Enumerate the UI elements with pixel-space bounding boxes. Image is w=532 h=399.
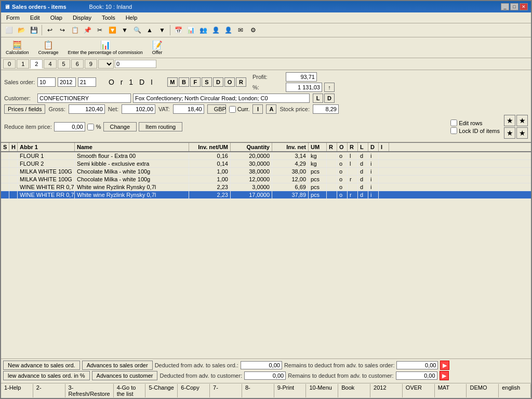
col-header-um[interactable]: UM — [309, 143, 327, 151]
curr-checkbox[interactable] — [229, 106, 236, 113]
sales-order-input1[interactable] — [37, 77, 56, 87]
star-btn3[interactable]: ★ — [504, 127, 515, 139]
tb-down[interactable]: ▼ — [156, 24, 168, 36]
col-header-rl[interactable]: R — [348, 143, 358, 151]
col-header-invnet2[interactable]: Inv. net — [272, 143, 309, 151]
menu-form[interactable]: Form — [3, 14, 23, 22]
minimize-button[interactable]: _ — [501, 3, 509, 10]
tab-dropdown[interactable] — [98, 59, 114, 69]
tb-calendar[interactable]: 📅 — [172, 24, 184, 36]
cust-nav-l[interactable]: L — [313, 94, 323, 103]
menu-edit[interactable]: Edit — [27, 14, 43, 22]
table-row[interactable]: FLOUR 1Smooth flour - Extra 000,1620,000… — [1, 152, 531, 160]
tb-search[interactable]: 🔍 — [131, 24, 143, 36]
tab-6[interactable]: 6 — [71, 59, 84, 69]
nav-r[interactable]: R — [236, 77, 246, 87]
tb2-calculation[interactable]: 🧮 Calculation — [3, 38, 32, 57]
nav-s[interactable]: S — [202, 77, 212, 87]
stock-price-input[interactable] — [313, 104, 339, 114]
col-header-invnet[interactable]: Inv. net/UM — [189, 143, 231, 151]
tb-filter2[interactable]: ▼ — [119, 24, 130, 36]
table-row[interactable]: WINE WHITE RR 0,7LWhite wine Ryzlink Ryn… — [1, 183, 531, 191]
deducted-sales-input[interactable] — [241, 361, 282, 369]
tb-new[interactable]: ⬜ — [3, 24, 15, 36]
tb-copy[interactable]: 📋 — [69, 24, 81, 36]
tb-filter[interactable]: 🔽 — [107, 24, 118, 36]
tb2-offer[interactable]: 📝 Offer — [150, 38, 165, 57]
tab-9[interactable]: 9 — [85, 59, 97, 69]
customer-desc-input[interactable] — [133, 94, 310, 103]
vat-input[interactable] — [173, 104, 204, 114]
sales-order-input3[interactable] — [78, 77, 96, 87]
tb-up[interactable]: ▲ — [144, 24, 155, 36]
nav-m[interactable]: M — [167, 77, 178, 87]
net-input[interactable] — [122, 104, 155, 114]
red-arrow-btn1[interactable]: ▶ — [440, 361, 449, 370]
tb-person2[interactable]: 👤 — [222, 24, 234, 36]
advances-customer-btn[interactable]: Advances to customer — [92, 371, 158, 380]
close-button[interactable]: ✕ — [520, 3, 528, 10]
tb-person[interactable]: 👤 — [210, 24, 221, 36]
col-header-qty[interactable]: Quantity — [231, 143, 272, 151]
red-arrow-btn2[interactable]: ▶ — [440, 371, 449, 380]
col-header-o[interactable]: O — [337, 143, 348, 151]
percent-input[interactable] — [286, 83, 322, 92]
tb-mail[interactable]: ✉ — [235, 24, 246, 36]
tb-save[interactable]: 💾 — [28, 24, 39, 36]
col-header-d[interactable]: L — [358, 143, 368, 151]
star-btn2[interactable]: ★ — [516, 115, 528, 126]
menu-olap[interactable]: Olap — [47, 14, 65, 22]
tb-paste[interactable]: 📌 — [82, 24, 93, 36]
star-btn4[interactable]: ★ — [516, 127, 528, 139]
remains-sales-input[interactable] — [396, 361, 438, 369]
nav-b[interactable]: B — [179, 77, 189, 87]
gross-input[interactable] — [69, 104, 105, 114]
percent-up-btn[interactable]: ↑ — [324, 83, 335, 92]
remains-customer-input[interactable] — [396, 371, 437, 380]
change-btn[interactable]: Change — [103, 122, 137, 131]
edit-rows-checkbox[interactable] — [450, 119, 457, 126]
tb-chart[interactable]: 📊 — [185, 24, 196, 36]
reduce-input[interactable] — [54, 122, 85, 131]
tb-undo[interactable]: ↩ — [44, 24, 56, 36]
tb2-coverage[interactable]: 📋 Coverage — [36, 38, 61, 57]
col-header-h[interactable]: H — [9, 143, 18, 151]
tb2-commission[interactable]: 📊 Enter the percentage of commission — [65, 38, 145, 57]
col-header-abbr[interactable]: Abbr 1 — [18, 143, 75, 151]
new-advance-sales-btn[interactable]: New advance to sales ord. — [3, 361, 80, 370]
tab-4[interactable]: 4 — [44, 59, 56, 69]
prices-fields-btn[interactable]: Prices / fields — [4, 104, 45, 114]
table-row[interactable]: WINE WHITE RR 0,7LWhite wine Ryzlink Ryn… — [1, 191, 531, 199]
item-routing-btn[interactable]: Item routing — [139, 122, 182, 131]
menu-display[interactable]: Display — [70, 14, 95, 22]
menu-tools[interactable]: Tools — [99, 14, 118, 22]
advances-sales-btn[interactable]: Advances to sales order — [82, 361, 153, 370]
nav-d[interactable]: D — [213, 77, 223, 87]
col-header-i2[interactable]: I — [379, 143, 389, 151]
col-header-i[interactable]: D — [368, 143, 379, 151]
star-btn1[interactable]: ★ — [504, 115, 515, 126]
table-row[interactable]: FLOUR 2Semi kibble - exclusive extra0,14… — [1, 160, 531, 168]
col-header-r[interactable]: R — [327, 143, 337, 151]
tb-cut[interactable]: ✂ — [94, 24, 105, 36]
info-btn[interactable]: I — [252, 104, 263, 114]
lock-id-checkbox[interactable] — [450, 127, 457, 134]
profit-input[interactable] — [286, 72, 317, 82]
deducted-customer-input[interactable] — [244, 371, 286, 380]
cust-nav-d[interactable]: D — [324, 94, 335, 103]
tab-0[interactable]: 0 — [3, 59, 16, 69]
tab-1[interactable]: 1 — [17, 59, 29, 69]
nav-f[interactable]: F — [190, 77, 201, 87]
tab-input[interactable] — [115, 60, 156, 68]
col-header-s[interactable]: S — [1, 143, 9, 151]
table-row[interactable]: MILKA WHITE 100GChocolate Milka - white … — [1, 176, 531, 183]
tab-2[interactable]: 2 — [30, 59, 43, 69]
tab-5[interactable]: 5 — [58, 59, 70, 69]
tb-settings[interactable]: ⚙ — [247, 24, 259, 36]
currency-btn[interactable]: GBP — [207, 104, 226, 114]
tb-people[interactable]: 👥 — [197, 24, 209, 36]
maximize-button[interactable]: □ — [510, 3, 518, 10]
a-btn[interactable]: A — [266, 104, 276, 114]
tb-open[interactable]: 📂 — [16, 24, 27, 36]
sales-order-input2[interactable] — [58, 77, 76, 87]
